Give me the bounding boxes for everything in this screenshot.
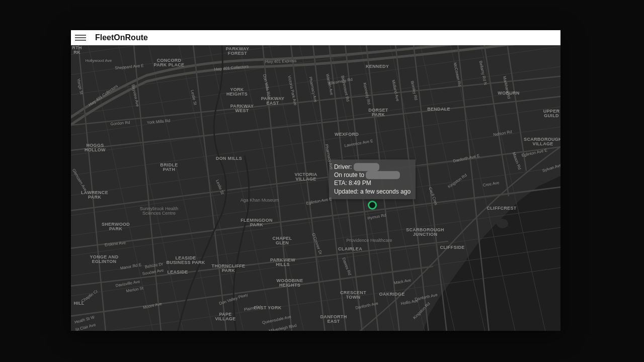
map-network	[71, 45, 560, 331]
destination: ████████	[366, 171, 400, 179]
vehicle-marker[interactable]	[368, 201, 377, 210]
driver-name: ██████	[354, 163, 379, 171]
hamburger-menu-icon[interactable]	[75, 32, 86, 43]
eta-value: 8:49 PM	[349, 180, 371, 187]
vehicle-tooltip: Driver: ██████ On route to ████████ ETA:…	[329, 159, 416, 199]
driver-label: Driver:	[334, 163, 352, 170]
tooltip-eta-row: ETA: 8:49 PM	[334, 179, 411, 188]
tooltip-route-row: On route to ████████	[334, 171, 411, 179]
updated-label: Updated:	[334, 188, 359, 195]
route-label: On route to	[334, 171, 364, 178]
tooltip-updated-row: Updated: a few seconds ago	[334, 188, 411, 196]
map-canvas[interactable]: Driver: ██████ On route to ████████ ETA:…	[71, 45, 560, 331]
app-title: FleetOnRoute	[95, 33, 148, 42]
eta-label: ETA:	[334, 180, 347, 187]
app-window: FleetOnRoute	[71, 30, 560, 331]
updated-value: a few seconds ago	[360, 188, 411, 195]
tooltip-driver-row: Driver: ██████	[334, 163, 411, 171]
header-bar: FleetOnRoute	[71, 30, 560, 45]
